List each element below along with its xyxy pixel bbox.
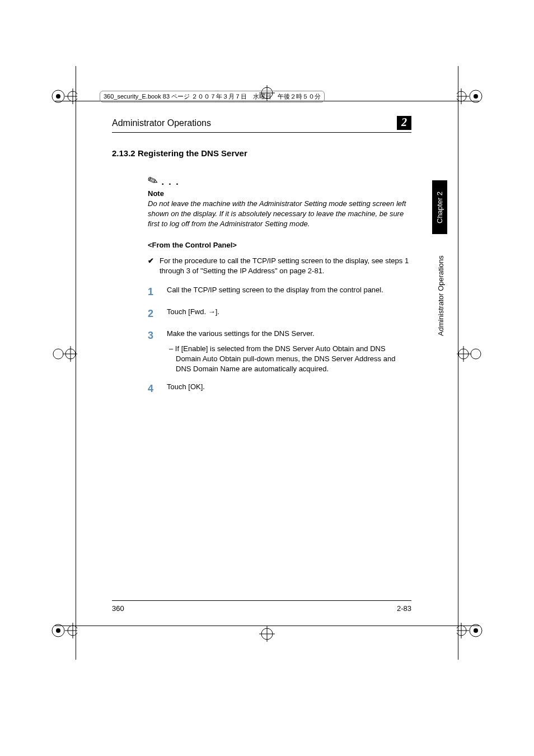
step-text: Touch [OK]. [167, 382, 411, 396]
reg-mark-top-left [50, 83, 77, 110]
svg-point-22 [56, 628, 60, 633]
step-3: 3 Make the various settings for the DNS … [148, 329, 411, 374]
reg-mark-bottom-left [50, 617, 77, 644]
step-text: Touch [Fwd. →]. [167, 307, 411, 321]
page-content: Administrator Operations 2 2.13.2 Regist… [112, 116, 411, 404]
pencil-icon: ✎ [146, 172, 160, 190]
note-label: Note [148, 189, 411, 198]
reg-mark-bottom-right [457, 617, 484, 644]
svg-point-16 [53, 349, 63, 359]
page-header: Administrator Operations 2 [112, 116, 411, 133]
check-item-text: For the procedure to call the TCP/IP set… [160, 256, 411, 276]
book-info: 360_security_E.book 83 ページ ２００７年３月７日 水曜日… [100, 91, 325, 102]
page-footer: 360 2-83 [112, 600, 411, 613]
note-block: ✎ . . . Note Do not leave the machine wi… [148, 174, 411, 230]
header-title: Administrator Operations [112, 118, 211, 128]
step-number: 3 [148, 329, 167, 374]
section-title: 2.13.2 Registering the DNS Server [112, 148, 411, 158]
side-tab-chapter: Chapter 2 [432, 180, 447, 234]
reg-mark-center-bottom [257, 624, 277, 644]
step-2: 2 Touch [Fwd. →]. [148, 307, 411, 321]
step-text: Call the TCP/IP setting screen to the di… [167, 285, 411, 299]
step-sub-text: – If [Enable] is selected from the DNS S… [167, 344, 411, 375]
step-text: Make the various settings for the DNS Se… [167, 329, 411, 339]
reg-mark-mid-right [457, 344, 481, 364]
section-name: Registering the DNS Server [138, 148, 247, 158]
step-1: 1 Call the TCP/IP setting screen to the … [148, 285, 411, 299]
sub-header: <From the Control Panel> [148, 241, 411, 249]
svg-point-1 [56, 94, 60, 99]
side-tab-section: Administrator Operations [434, 240, 447, 352]
svg-point-20 [471, 349, 481, 359]
chapter-number-badge: 2 [397, 116, 411, 130]
svg-point-27 [474, 628, 478, 633]
reg-mark-mid-left [53, 344, 77, 364]
footer-right: 2-83 [397, 604, 411, 613]
note-dots: . . . [158, 177, 180, 186]
check-item: ✔ For the procedure to call the TCP/IP s… [148, 256, 411, 276]
footer-left: 360 [112, 604, 124, 613]
note-text: Do not leave the machine with the Admini… [148, 199, 411, 230]
step-4: 4 Touch [OK]. [148, 382, 411, 396]
reg-mark-top-right [457, 83, 484, 110]
section-number: 2.13.2 [112, 148, 135, 158]
step-number: 1 [148, 285, 167, 299]
step-number: 2 [148, 307, 167, 321]
checkmark-icon: ✔ [148, 256, 154, 276]
step-number: 4 [148, 382, 167, 396]
svg-point-6 [474, 94, 478, 99]
